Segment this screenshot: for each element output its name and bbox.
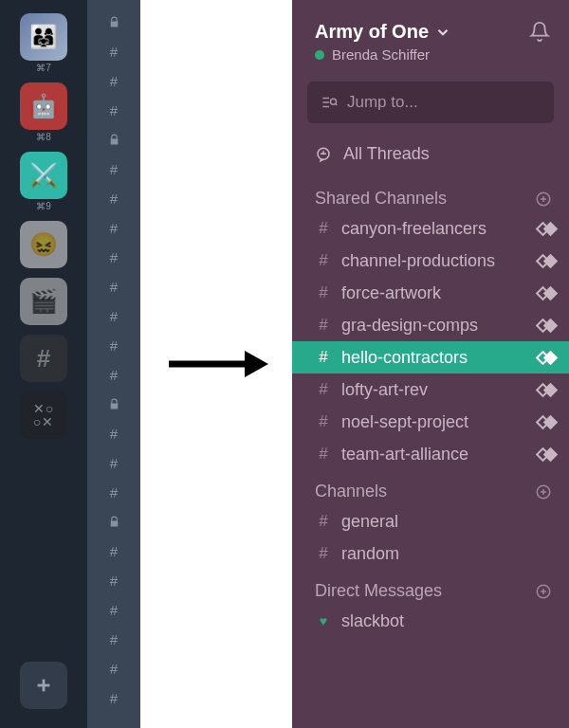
workspace-shortcut: ⌘9 [36, 201, 51, 211]
hash-icon[interactable]: # [87, 625, 140, 654]
channel-sidebar: Army of One Brenda Schiffer Jump to... A… [292, 0, 569, 728]
workspace-item[interactable]: ⚔️⌘9 [20, 152, 67, 211]
hash-icon[interactable]: # [87, 96, 140, 125]
hash-icon[interactable]: # [87, 537, 140, 566]
hash-icon: # [315, 380, 332, 399]
arrow-icon [164, 345, 268, 383]
shared-channel-item[interactable]: #gra-design-comps [292, 309, 569, 341]
hash-icon: # [315, 544, 332, 563]
shared-channels-header: Shared Channels [292, 177, 569, 212]
all-threads-link[interactable]: All Threads [292, 136, 569, 177]
jump-to-input[interactable]: Jump to... [307, 82, 554, 123]
hash-icon[interactable]: # [87, 155, 140, 184]
current-user[interactable]: Brenda Schiffer [315, 46, 451, 63]
workspace-icon: 😖 [20, 221, 67, 268]
add-channel-button[interactable] [535, 483, 552, 500]
lock-icon[interactable] [87, 8, 140, 37]
shared-channel-item[interactable]: #lofty-art-rev [292, 373, 569, 406]
channel-label: general [341, 512, 398, 532]
add-workspace-button[interactable] [20, 662, 67, 709]
channel-label: gra-design-comps [341, 316, 478, 336]
hash-icon[interactable]: # [87, 654, 140, 683]
hash-icon[interactable]: # [87, 37, 140, 66]
lock-icon[interactable] [87, 390, 140, 419]
workspace-icon: # [20, 335, 67, 382]
workspace-icon: 👨‍👩‍👧 [20, 13, 67, 61]
svg-point-7 [331, 99, 337, 104]
channel-item[interactable]: #random [292, 537, 569, 570]
all-threads-label: All Threads [343, 144, 430, 164]
workspace-name-label: Army of One [315, 21, 429, 43]
jump-to-placeholder: Jump to... [347, 93, 418, 112]
hash-icon[interactable]: # [87, 272, 140, 301]
shared-channel-item[interactable]: #noel-sept-project [292, 406, 569, 438]
shared-channels-title: Shared Channels [315, 189, 447, 209]
user-name-label: Brenda Schiffer [332, 46, 430, 63]
hash-icon: # [315, 219, 332, 238]
shared-indicator-icon [541, 385, 556, 395]
workspace-rail: 👨‍👩‍👧⌘7🤖⌘8⚔️⌘9😖🎬#✕○ ○✕ [0, 0, 87, 728]
sidebar-header: Army of One Brenda Schiffer [292, 0, 569, 74]
collapsed-sidebar: #################### [87, 0, 140, 728]
shared-channel-item[interactable]: #team-art-alliance [292, 438, 569, 470]
add-shared-channel-button[interactable] [535, 191, 552, 208]
hash-icon[interactable]: # [87, 243, 140, 272]
shared-indicator-icon [541, 353, 556, 363]
arrow-illustration [140, 0, 292, 728]
lock-icon[interactable] [87, 507, 140, 537]
workspace-item[interactable]: ✕○ ○✕ [20, 391, 67, 439]
add-dm-button[interactable] [535, 583, 552, 600]
hash-icon[interactable]: # [87, 184, 140, 213]
chevron-down-icon [434, 24, 451, 41]
channel-item[interactable]: #general [292, 505, 569, 537]
channel-label: channel-productions [341, 251, 495, 271]
hash-icon: # [315, 316, 332, 335]
hash-icon[interactable]: # [87, 683, 140, 713]
workspace-item[interactable]: # [20, 335, 67, 382]
hash-icon[interactable]: # [87, 478, 140, 507]
channel-label: team-art-alliance [341, 445, 468, 464]
dm-label: slackbot [341, 611, 404, 631]
hash-icon: # [315, 348, 332, 367]
workspace-icon: 🤖 [20, 82, 67, 130]
workspace-item[interactable]: 👨‍👩‍👧⌘7 [20, 13, 67, 73]
bell-icon[interactable] [529, 21, 550, 42]
workspace-shortcut: ⌘7 [36, 63, 51, 73]
dms-list: ♥slackbot [292, 605, 569, 637]
shared-channel-item[interactable]: #force-artwork [292, 277, 569, 309]
shared-channel-item[interactable]: #hello-contractors [292, 341, 569, 373]
channel-label: lofty-art-rev [341, 380, 428, 400]
hash-icon[interactable]: # [87, 331, 140, 360]
shared-indicator-icon [541, 256, 556, 266]
hash-icon: # [315, 251, 332, 270]
hash-icon[interactable]: # [87, 566, 140, 595]
channel-label: noel-sept-project [341, 412, 468, 432]
dm-item[interactable]: ♥slackbot [292, 605, 569, 637]
shared-channels-list: #canyon-freelancers#channel-productions#… [292, 212, 569, 470]
lock-icon[interactable] [87, 125, 140, 155]
hash-icon[interactable]: # [87, 419, 140, 448]
channel-label: force-artwork [341, 283, 441, 303]
shared-indicator-icon [541, 224, 556, 234]
shared-indicator-icon [541, 288, 556, 299]
hash-icon[interactable]: # [87, 301, 140, 331]
hash-icon[interactable]: # [87, 595, 140, 625]
shared-indicator-icon [541, 417, 556, 428]
hash-icon[interactable]: # [87, 66, 140, 96]
heart-icon: ♥ [315, 613, 332, 628]
workspace-item[interactable]: 🤖⌘8 [20, 82, 67, 142]
workspace-item[interactable]: 🎬 [20, 278, 67, 325]
hash-icon[interactable]: # [87, 448, 140, 478]
hash-icon[interactable]: # [87, 360, 140, 390]
workspace-icon: ⚔️ [20, 152, 67, 199]
shared-channel-item[interactable]: #channel-productions [292, 245, 569, 277]
shared-channel-item[interactable]: #canyon-freelancers [292, 212, 569, 245]
channels-list: #general#random [292, 505, 569, 570]
presence-dot-icon [315, 50, 324, 60]
hash-icon[interactable]: # [87, 213, 140, 243]
workspace-item[interactable]: 😖 [20, 221, 67, 268]
workspace-shortcut: ⌘8 [36, 132, 51, 142]
workspace-name[interactable]: Army of One [315, 21, 451, 43]
channel-label: canyon-freelancers [341, 219, 486, 239]
svg-line-8 [336, 104, 338, 106]
